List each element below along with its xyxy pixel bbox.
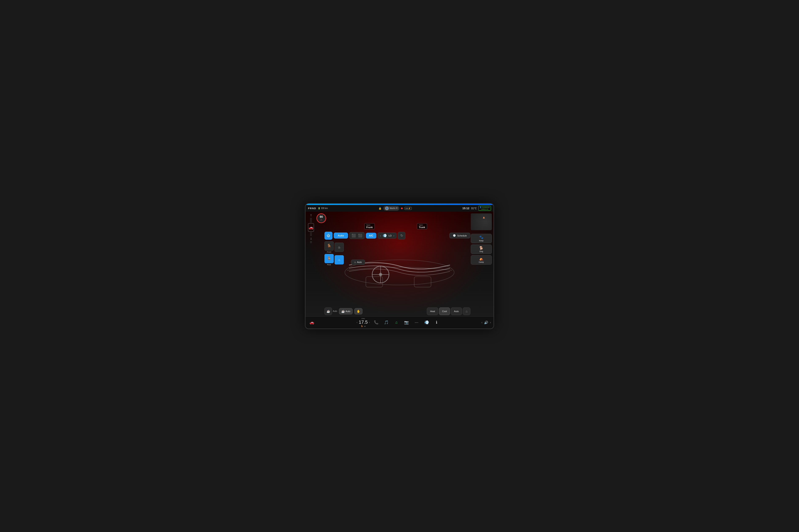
fan-control: ‹ 💨 LO › — [378, 232, 397, 239]
controls-top-row: ⏻ Auto ⬛ ⬛ A/C ‹ 💨 LO › ↻ — [324, 232, 470, 240]
dog-icon: 🐕 — [479, 246, 484, 250]
hvac-overlay: ⏻ Auto ⬛ ⬛ A/C ‹ 💨 LO › ↻ — [324, 232, 470, 266]
rear-seat-icon: 🪑 — [327, 256, 331, 261]
steering-heat-section: ☕ Auto — [324, 307, 337, 315]
open-trunk-main: Trunk — [419, 226, 425, 229]
media-icon[interactable]: 🎵 — [382, 319, 390, 326]
steering-icon: ♨ — [354, 261, 356, 264]
cup-icon: ☕ — [341, 309, 345, 313]
fan-increase-button[interactable]: › — [394, 234, 395, 238]
fan-icon[interactable]: 💨 — [423, 319, 431, 326]
user-pill[interactable]: 👤 Martin R — [383, 206, 399, 211]
car-outline-icon[interactable]: 🚗 — [308, 223, 314, 232]
steering-auto-text: Auto — [333, 310, 337, 312]
dog-mode-button[interactable]: 🐕 Dog — [471, 245, 492, 254]
schedule-button[interactable]: 🕐 Schedule — [449, 233, 470, 239]
front-label: Front — [327, 251, 331, 253]
front-seat-row: 🪑 Front ♨ — [324, 241, 350, 253]
left-sidebar: ↑ 🚗 ↓ — [307, 213, 315, 243]
driver-name: Martin R — [389, 207, 398, 209]
keep-label: Keep — [479, 240, 484, 242]
navigation-arrow: ▲ — [482, 215, 486, 219]
status-center: 🔒 👤 Martin R sos⚡ — [379, 206, 412, 211]
arrow-down-icon[interactable]: ↓ — [310, 236, 312, 240]
volume-prev-button[interactable]: ‹ — [482, 321, 483, 324]
avatar: 👤 — [385, 207, 389, 210]
rear-heat-level-button[interactable]: ♨ — [334, 255, 344, 264]
steering-section: ♨ Auto — [351, 260, 365, 265]
mode-buttons: 🐾 Keep 🐕 Dog ⛺ Camp — [471, 234, 492, 265]
auto-mode-button[interactable]: Auto — [451, 307, 462, 315]
record-indicator — [401, 208, 403, 209]
cup-holder-button[interactable]: ☕ Auto — [339, 308, 353, 315]
gear-indicator: PRND — [308, 207, 316, 210]
car-icon[interactable]: 🚗 — [308, 319, 315, 326]
fan-level: LO — [388, 234, 392, 237]
seat-panel-left: 🪑 Front ♨ 🪑 Rear — [324, 241, 350, 266]
keep-mode-button[interactable]: 🐾 Keep — [471, 234, 492, 243]
info-icon[interactable]: ℹ — [433, 319, 440, 326]
hand-icon: ✋ — [357, 309, 360, 313]
rear-seat-row: 🪑 Rear ♨ — [324, 254, 350, 266]
front-seat-button[interactable]: 🪑 — [324, 241, 334, 251]
arrow-up-icon[interactable]: ↑ — [310, 213, 312, 217]
open-frunk-sub: Open — [366, 224, 373, 226]
main-area: ▲ ↑ 🚗 ↓ — [306, 212, 493, 316]
front-heat-level-button[interactable]: ♨ — [334, 243, 344, 252]
vent-face-feet-button[interactable]: ⬛ — [357, 233, 363, 238]
sync-icon: ⇔ — [364, 325, 366, 327]
volume-next-button[interactable]: › — [490, 321, 491, 324]
steering-auto-button[interactable]: ♨ Auto — [351, 260, 365, 265]
status-left: PRND 🔋 339 km — [308, 207, 328, 210]
volume-icon: 🔊 — [484, 321, 488, 324]
cool-mode-button[interactable]: Cool — [439, 307, 450, 315]
camp-label: Camp — [479, 261, 484, 263]
vent-face-button[interactable]: ⬛ — [351, 233, 357, 238]
front-heat-icon: ♨ — [338, 246, 341, 249]
speed-value: 90 — [320, 215, 323, 218]
auto-button[interactable]: Auto — [334, 232, 348, 239]
rear-heat-icon-button[interactable]: ♨ — [463, 307, 470, 315]
time-display: 15:12 — [462, 207, 469, 210]
rear-heat-icon-symbol: ♨ — [465, 309, 468, 313]
mini-map[interactable]: ▲ — [471, 213, 492, 230]
battery-display: 🔋 339 km — [318, 207, 328, 209]
temp-decrease-button[interactable]: ‹ — [357, 321, 358, 324]
volume-control: 🔊 — [484, 321, 488, 324]
status-right: 15:12 31°C 👤 PASSENGERAIRBAG ON — [462, 206, 491, 211]
more-icon[interactable]: ⋯ — [413, 319, 420, 326]
mode-select-group: Heat Cool Auto ♨ — [427, 307, 470, 315]
schedule-icon: 🕐 — [453, 234, 456, 237]
taskbar-left: 🚗 — [308, 319, 315, 326]
heat-mode-button[interactable]: Heat — [427, 307, 438, 315]
sidebar-dots-2 — [310, 232, 312, 236]
ac-button[interactable]: A/C — [366, 233, 377, 239]
temperature-control: ‹ Auto 17.5 🪑 ⇔ › — [357, 318, 370, 327]
status-bar: PRND 🔋 339 km 🔒 👤 Martin R sos⚡ 15:12 31… — [306, 205, 493, 212]
hand-warmer-button[interactable]: ✋ — [354, 308, 363, 315]
temp-auto-label: Auto — [359, 318, 368, 320]
recirculate-button[interactable]: ↻ — [398, 232, 405, 240]
open-frunk-button[interactable]: Open Frunk — [364, 223, 375, 229]
seat-controls: 🪑 Front ♨ 🪑 Rear — [324, 241, 470, 266]
taskbar-center: ‹ Auto 17.5 🪑 ⇔ › 📞 🎵 ♫ 📷 ⋯ — [357, 318, 440, 327]
open-trunk-button[interactable]: Open Trunk — [417, 223, 427, 229]
schedule-label: Schedule — [457, 234, 467, 237]
rear-seat-button[interactable]: 🪑 — [324, 254, 334, 263]
camp-mode-button[interactable]: ⛺ Camp — [471, 255, 492, 265]
temp-value: 17.5 — [359, 320, 368, 325]
sos-badge[interactable]: sos⚡ — [404, 207, 412, 210]
bottom-climate-row: ☕ Auto ☕ Auto ✋ Heat Cool Auto ♨ — [324, 307, 470, 315]
temp-increase-button[interactable]: › — [369, 321, 370, 324]
phone-icon[interactable]: 📞 — [373, 319, 380, 326]
power-button[interactable]: ⏻ — [324, 232, 332, 240]
sidebar-dots-3 — [310, 241, 312, 243]
speed-circle: 90 ⚠ — [316, 213, 326, 223]
cup-auto-label: Auto — [346, 310, 350, 312]
camera-icon[interactable]: 📷 — [403, 319, 410, 326]
speed-warning-icon: ⚠ — [320, 218, 322, 221]
steering-heat-button[interactable]: ☕ — [324, 307, 332, 315]
rear-heat-icon: ♨ — [338, 258, 341, 262]
fan-decrease-button[interactable]: ‹ — [380, 234, 381, 238]
spotify-icon[interactable]: ♫ — [393, 319, 400, 326]
